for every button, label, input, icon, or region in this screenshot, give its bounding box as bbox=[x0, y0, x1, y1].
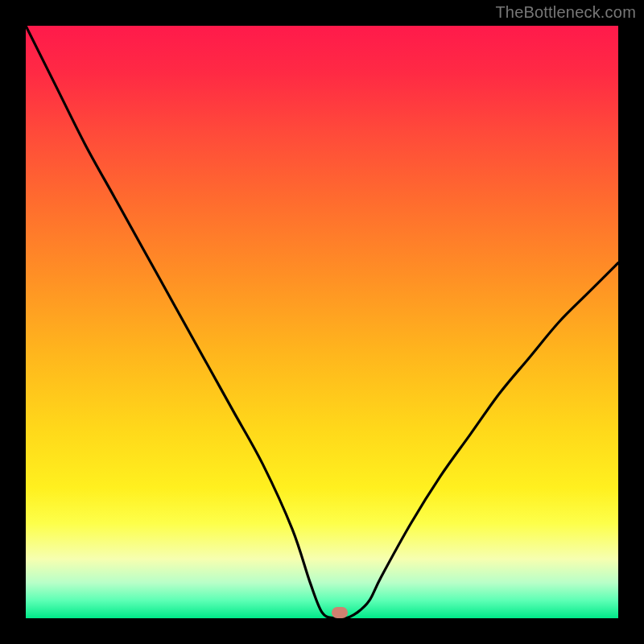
chart-container: TheBottleneck.com bbox=[0, 0, 644, 644]
bottleneck-curve bbox=[26, 26, 618, 618]
plot-area bbox=[26, 26, 618, 618]
optimal-point-marker bbox=[332, 607, 348, 618]
watermark-text: TheBottleneck.com bbox=[495, 3, 636, 22]
